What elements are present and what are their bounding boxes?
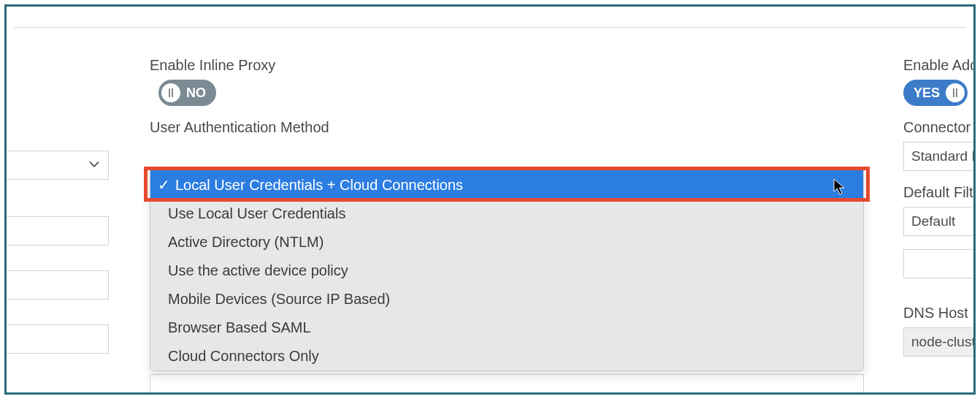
auth-method-label: User Authentication Method — [150, 119, 865, 136]
check-icon: ✓ — [158, 176, 169, 194]
auth-method-option[interactable]: Mobile Devices (Source IP Based) — [150, 285, 863, 314]
panel: Enable Inline Proxy NO User Authenticati… — [14, 27, 966, 392]
enable-addi-label: Enable Addi — [903, 57, 976, 74]
auth-method-option[interactable]: Use the active device policy — [150, 256, 863, 285]
connector-select[interactable]: Standard R — [903, 142, 976, 171]
connector-label: Connector P — [903, 119, 976, 136]
enable-inline-proxy-toggle[interactable]: NO — [158, 80, 216, 106]
enable-inline-proxy-label: Enable Inline Proxy — [150, 57, 865, 74]
auth-method-option-label: Active Directory (NTLM) — [168, 234, 324, 250]
toggle-knob-icon — [161, 83, 180, 102]
dns-host-field: node-cluste — [903, 327, 976, 357]
default-filter-value: Default — [911, 213, 955, 229]
auth-method-option-label: Local User Credentials + Cloud Connectio… — [175, 177, 463, 194]
auth-method-option[interactable]: Cloud Connectors Only — [150, 342, 863, 370]
list-dns-suffixes-input[interactable] — [150, 374, 864, 395]
enable-addi-toggle[interactable]: YES — [903, 80, 968, 106]
default-filter-label: Default Filte — [903, 184, 976, 201]
auth-method-option-label: Browser Based SAML — [168, 319, 311, 335]
left-cropped-input-3[interactable] — [4, 324, 109, 354]
dns-host-value: node-cluste — [911, 334, 976, 350]
auth-method-option-label: Use Local User Credentials — [168, 205, 345, 221]
right-column: Enable Addi YES Connector P Standard R D… — [903, 57, 976, 357]
auth-method-option-label: Cloud Connectors Only — [168, 348, 319, 364]
auth-method-option-selected[interactable]: ✓ Local User Credentials + Cloud Connect… — [150, 170, 863, 200]
toggle-text: NO — [186, 86, 206, 101]
center-column: Enable Inline Proxy NO User Authenticati… — [150, 57, 865, 142]
auth-method-option-label: Use the active device policy — [168, 262, 348, 278]
auth-method-option[interactable]: Use Local User Credentials — [150, 200, 863, 228]
auth-method-option[interactable]: Browser Based SAML — [150, 314, 863, 342]
chevron-down-icon — [89, 159, 99, 170]
screenshot-frame: Enable Inline Proxy NO User Authenticati… — [4, 4, 976, 395]
toggle-knob-icon — [946, 83, 965, 102]
left-cropped-input-2[interactable] — [4, 270, 109, 300]
left-cropped-select[interactable] — [4, 151, 109, 180]
connector-value: Standard R — [911, 148, 976, 164]
auth-method-dropdown[interactable]: ✓ Local User Credentials + Cloud Connect… — [150, 170, 864, 371]
toggle-text: YES — [914, 86, 940, 101]
auth-method-option[interactable]: Active Directory (NTLM) — [150, 228, 863, 256]
auth-method-option-label: Mobile Devices (Source IP Based) — [168, 291, 390, 307]
default-filter-select[interactable]: Default — [903, 207, 976, 236]
right-extra-input[interactable] — [903, 249, 976, 278]
dns-host-label: DNS Host — [903, 305, 976, 322]
left-cropped-input-1[interactable] — [4, 216, 109, 246]
